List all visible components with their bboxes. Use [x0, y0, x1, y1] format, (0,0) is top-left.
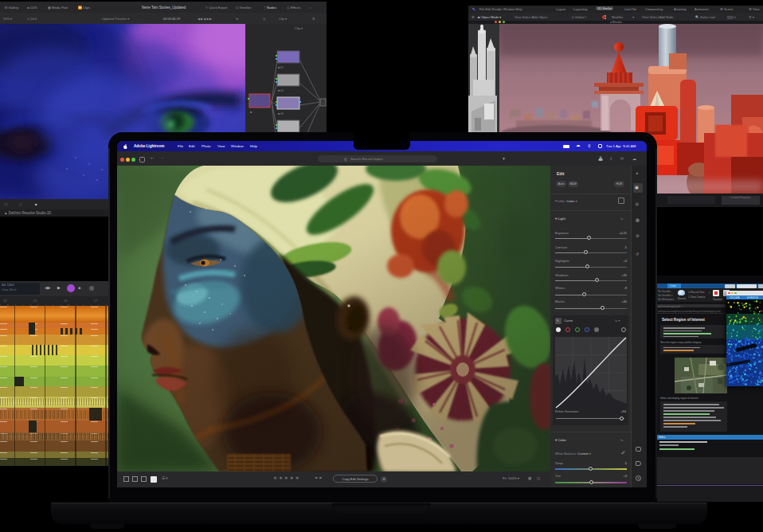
svg-text:■ 01: ■ 01 [278, 66, 284, 69]
svg-text:■: ■ [250, 111, 252, 114]
svg-text:■ 03: ■ 03 [278, 112, 284, 115]
svg-text:■ 02: ■ 02 [278, 89, 284, 92]
